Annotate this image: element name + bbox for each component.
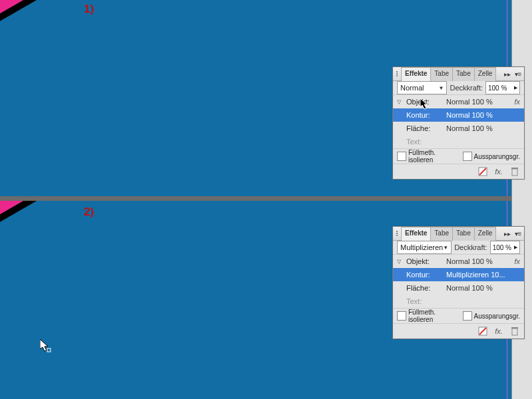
opacity-value: 100 %	[488, 84, 507, 92]
blend-options-row: Füllmeth. isolieren Aussparungsgr.	[393, 148, 524, 164]
opacity-value: 100 %	[493, 244, 511, 251]
fx-menu-button[interactable]: fx.	[493, 326, 504, 336]
disclosure-triangle-icon[interactable]: ▽	[397, 259, 402, 265]
svg-rect-3	[511, 168, 518, 169]
panel-collapse-icon[interactable]: ▸▸	[503, 229, 512, 238]
blend-mode-row: Normal ▼ Deckkraft: 100 % ▶	[393, 81, 524, 94]
target-list: ▽ Objekt: Normal 100 % fx Kontur: Normal…	[393, 94, 524, 148]
chevron-right-icon: ▶	[514, 245, 517, 250]
svg-rect-7	[511, 327, 518, 329]
tab-zelle[interactable]: Zelle	[474, 67, 497, 81]
target-object-row[interactable]: ▽ Objekt: Normal 100 % fx	[393, 95, 524, 108]
panel-grip[interactable]	[394, 71, 400, 76]
panel-footer: fx.	[393, 164, 524, 179]
tab-tabelle[interactable]: Tabe	[430, 227, 453, 241]
target-stroke-row[interactable]: Kontur: Multiplizieren 10...	[393, 268, 524, 281]
target-fill-row[interactable]: Fläche: Normal 100 %	[393, 281, 524, 295]
target-text-row: Text:	[393, 135, 524, 148]
window-divider[interactable]	[0, 196, 532, 201]
target-text-row: Text:	[393, 295, 524, 308]
tab-tabelle-2[interactable]: Tabe	[452, 227, 475, 241]
blend-mode-value: Multiplizieren	[400, 243, 443, 251]
tab-effects[interactable]: Effekte	[401, 227, 431, 241]
panel-tab-strip: Effekte Tabe Tabe Zelle ▸▸ ▾≡	[393, 67, 524, 81]
fx-menu-button[interactable]: fx.	[493, 166, 504, 177]
target-fill-row[interactable]: Fläche: Normal 100 %	[393, 122, 524, 135]
blend-mode-value: Normal	[400, 84, 424, 92]
target-list: ▽ Objekt: Normal 100 % fx Kontur: Multip…	[393, 254, 524, 308]
knockout-group-checkbox[interactable]: Aussparungsgr.	[463, 152, 521, 161]
panel-footer: fx.	[393, 323, 524, 338]
disclosure-triangle-icon[interactable]: ▽	[397, 99, 402, 105]
dock-rail[interactable]	[511, 0, 532, 399]
target-stroke-row[interactable]: Kontur: Normal 100 %	[393, 108, 524, 122]
ribbon-object-2[interactable]	[0, 201, 232, 254]
svg-rect-6	[512, 329, 517, 335]
effects-panel-2: Effekte Tabe Tabe Zelle ▸▸ ▾≡ Multiplizi…	[392, 226, 525, 339]
ribbon-object-1[interactable]	[0, 0, 232, 53]
clear-effects-icon[interactable]	[477, 326, 488, 336]
annotation-2: 2)	[84, 205, 94, 219]
annotation-1: 1)	[84, 3, 94, 16]
panel-grip[interactable]	[394, 231, 400, 236]
opacity-label: Deckkraft:	[450, 84, 483, 92]
tab-tabelle[interactable]: Tabe	[430, 67, 453, 81]
opacity-input[interactable]: 100 % ▶	[485, 81, 520, 94]
blend-mode-select[interactable]: Multiplizieren ▼	[397, 241, 452, 254]
blend-mode-select[interactable]: Normal ▼	[397, 81, 447, 94]
panel-menu-icon[interactable]: ▾≡	[513, 229, 523, 238]
tab-effects[interactable]: Effekte	[401, 67, 431, 81]
effects-panel-1: Effekte Tabe Tabe Zelle ▸▸ ▾≡ Normal ▼ D…	[392, 66, 525, 180]
knockout-group-checkbox[interactable]: Aussparungsgr.	[463, 311, 521, 321]
trash-icon[interactable]	[509, 166, 520, 177]
isolate-blending-checkbox[interactable]: Füllmeth. isolieren	[397, 309, 456, 323]
tab-tabelle-2[interactable]: Tabe	[452, 67, 475, 81]
opacity-input[interactable]: 100 % ▶	[490, 241, 520, 254]
fx-indicator-icon[interactable]: fx	[514, 257, 520, 265]
blend-options-row: Füllmeth. isolieren Aussparungsgr.	[393, 308, 524, 323]
clear-effects-icon[interactable]	[477, 166, 488, 177]
opacity-label: Deckkraft:	[454, 243, 487, 251]
chevron-down-icon: ▼	[439, 85, 444, 91]
svg-rect-2	[512, 169, 517, 176]
target-object-row[interactable]: ▽ Objekt: Normal 100 % fx	[393, 255, 524, 268]
trash-icon[interactable]	[509, 326, 520, 336]
fx-indicator-icon[interactable]: fx	[514, 98, 520, 106]
panel-collapse-icon[interactable]: ▸▸	[503, 69, 512, 78]
panel-menu-icon[interactable]: ▾≡	[513, 69, 523, 78]
panel-tab-strip: Effekte Tabe Tabe Zelle ▸▸ ▾≡	[393, 227, 524, 241]
chevron-down-icon: ▼	[443, 245, 448, 251]
chevron-right-icon: ▶	[514, 85, 517, 90]
blend-mode-row: Multiplizieren ▼ Deckkraft: 100 % ▶	[393, 241, 524, 254]
isolate-blending-checkbox[interactable]: Füllmeth. isolieren	[397, 149, 456, 164]
tab-zelle[interactable]: Zelle	[474, 227, 497, 241]
